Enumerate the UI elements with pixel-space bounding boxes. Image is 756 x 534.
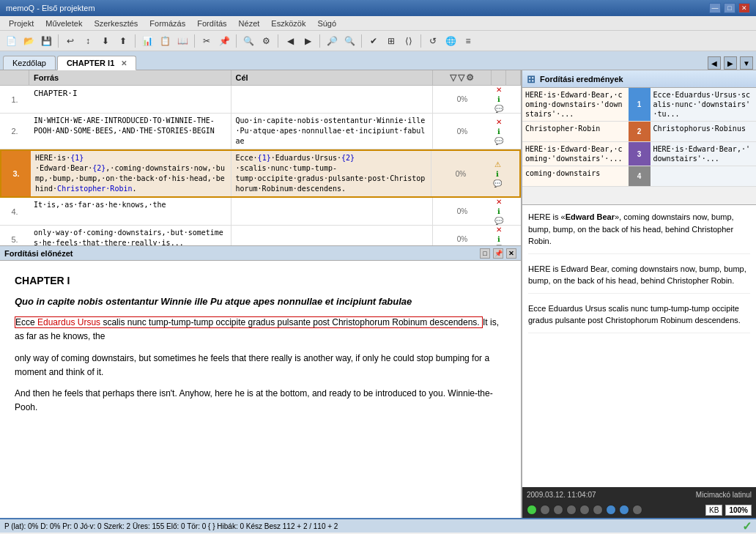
concordance-text-1: HERE is «Edward Bear», coming downstairs…	[528, 211, 750, 248]
zoom-in-btn[interactable]: 🔍	[341, 33, 357, 49]
row-target-5[interactable]	[231, 226, 434, 246]
row-percent-3: 0%	[431, 151, 490, 196]
tab-home[interactable]: Kezdőlap	[3, 56, 56, 70]
status-info: P (lat): 0% D: 0% Pr: 0 Jó·v: 0 Szerk: 2…	[4, 522, 338, 530]
filter-target-icon[interactable]: ▽	[458, 73, 464, 83]
minimize-button[interactable]: —	[709, 3, 721, 13]
table-row[interactable]: 5. only·way·of·coming·downstairs,·but·so…	[0, 226, 521, 246]
export-btn[interactable]: ⬆	[115, 33, 131, 49]
tag-btn[interactable]: ⟨⟩	[401, 33, 417, 49]
row-status-1: ✕ ℹ 💬	[492, 86, 506, 113]
copy-btn[interactable]: ✂	[199, 33, 215, 49]
preview-close-button[interactable]: ✕	[506, 248, 516, 259]
refresh-btn[interactable]: ↺	[425, 33, 441, 49]
row-target-3[interactable]: Ecce·{1}·Eduardus·Ursus·{2}·scalis·nunc·…	[231, 151, 432, 196]
main-content: Forrás Cél ▽ ▽ ⚙ 1. CHAPTER·I 0%	[0, 70, 756, 518]
settings-icon[interactable]: ⚙	[466, 73, 474, 83]
open-button[interactable]: 📂	[21, 33, 37, 49]
percent-indicator: 100%	[725, 505, 752, 516]
menu-szerkesztes[interactable]: Szerkesztés	[88, 18, 144, 29]
row-extra-4	[506, 198, 521, 225]
preview-pin-button[interactable]: 📌	[493, 248, 503, 259]
row-target-2[interactable]: Quo·in·capite·nobis·ostentantur·Winnie·i…	[231, 114, 434, 149]
chart-btn[interactable]: 📊	[139, 33, 155, 49]
status-info-icon: ℹ	[497, 95, 500, 103]
close-button[interactable]: ✕	[738, 3, 750, 13]
status-x-icon: ✕	[496, 226, 502, 234]
forward-btn[interactable]: ▶	[300, 33, 316, 49]
led-blue-2	[619, 505, 629, 515]
result-source-2: Christopher·Robin	[522, 122, 629, 141]
row-source-4[interactable]: It·is,·as·far·as·he·knows,·the	[29, 198, 231, 225]
row-status-2: ✕ ℹ 💬	[492, 114, 506, 149]
row-status-4: ✕ ℹ 💬	[492, 198, 506, 225]
paste-btn[interactable]: 📌	[216, 33, 232, 49]
menu-projekt[interactable]: Projekt	[3, 18, 40, 29]
doc-btn[interactable]: 📋	[157, 33, 173, 49]
preview-heading1: CHAPTER I	[15, 272, 506, 289]
row-source-2[interactable]: IN·WHICH·WE·ARE·INTRODUCED·TO·WINNIE-THE…	[29, 114, 231, 149]
web-btn[interactable]: 🌐	[442, 33, 459, 49]
status-comment-icon: 💬	[494, 137, 503, 145]
header-target: Cél	[231, 70, 434, 85]
status-info-icon: ℹ	[497, 207, 500, 215]
results-header: ⊞ Fordítási eredmények	[522, 70, 756, 88]
import-btn[interactable]: ⬇	[97, 33, 114, 49]
status-info-icon: ℹ	[497, 235, 500, 243]
spell-btn[interactable]: ✔	[366, 33, 382, 49]
ref-btn[interactable]: 📖	[174, 33, 190, 49]
tab-next-button[interactable]: ▼	[740, 56, 753, 70]
result-row[interactable]: Christopher·Robin 2 Christophorus·Robinu…	[522, 122, 756, 142]
result-source-4: coming·downstairs	[522, 166, 629, 186]
result-row[interactable]: coming·downstairs 4	[522, 166, 756, 187]
tab-close-icon[interactable]: ✕	[121, 59, 127, 67]
bottom-status-bar: P (lat): 0% D: 0% Pr: 0 Jó·v: 0 Szerk: 2…	[0, 518, 756, 533]
tab-play-button[interactable]: ▶	[724, 56, 737, 70]
result-source-3: HERE·is·Edward·Bear,·coming·'downstairs'…	[522, 142, 629, 166]
menu-eszkozok[interactable]: Eszközök	[265, 18, 311, 29]
preview-red-text: Eduardus Ursus	[37, 317, 100, 327]
back-btn[interactable]: ◀	[282, 33, 298, 49]
result-row[interactable]: HERE·is·Edward·Bear,·coming·'downstairs'…	[522, 142, 756, 166]
table-row[interactable]: 3. HERE·is·{1}·Edward·Bear·{2},·coming·d…	[0, 149, 521, 198]
extra-btn[interactable]: ≡	[460, 33, 476, 49]
menu-formazas[interactable]: Formázás	[144, 18, 191, 29]
table-row[interactable]: 4. It·is,·as·far·as·he·knows,·the 0% ✕ ℹ…	[0, 198, 521, 226]
table-row[interactable]: 2. IN·WHICH·WE·ARE·INTRODUCED·TO·WINNIE-…	[0, 114, 521, 149]
preview-heading2: Quo in capite nobis ostentantur Winnie i…	[15, 294, 506, 310]
menu-sugo[interactable]: Súgó	[311, 18, 342, 29]
tab-chapter[interactable]: CHAPTER I1 ✕	[57, 56, 136, 70]
row-source-5[interactable]: only·way·of·coming·downstairs,·but·somet…	[29, 226, 231, 246]
results-panel: ⊞ Fordítási eredmények HERE·is·Edward·Be…	[522, 70, 756, 518]
row-target-1[interactable]	[231, 86, 434, 113]
table-row[interactable]: 1. CHAPTER·I 0% ✕ ℹ 💬	[0, 86, 521, 114]
row-source-3[interactable]: HERE·is·{1}·Edward·Bear·{2},·coming·down…	[31, 151, 231, 196]
filter-source-icon[interactable]: ▽	[450, 73, 456, 83]
maximize-button[interactable]: □	[724, 3, 735, 13]
sort-btn[interactable]: ↕	[80, 33, 96, 49]
preview-restore-button[interactable]: □	[480, 248, 490, 259]
row-target-4[interactable]	[231, 198, 434, 225]
toolbar-sep-1	[58, 34, 59, 48]
result-row[interactable]: HERE·is·Edward·Bear,·coming·downstairs·'…	[522, 88, 756, 122]
concordance-block-1: HERE is «Edward Bear», coming downstairs…	[528, 211, 750, 254]
row-source-1[interactable]: CHAPTER·I	[29, 86, 231, 113]
menu-forditas[interactable]: Fordítás	[191, 18, 232, 29]
concordance-text-2: HERE is Edward Bear, coming downstairs n…	[528, 263, 750, 287]
new-button[interactable]: 📄	[3, 33, 19, 49]
zoom-out-btn[interactable]: 🔎	[324, 33, 340, 49]
menu-muveletek[interactable]: Műveletek	[40, 18, 88, 29]
save-button[interactable]: 💾	[38, 33, 54, 49]
concordance-area: HERE is «Edward Bear», coming downstairs…	[522, 205, 756, 487]
filter-btn[interactable]: 🔍	[240, 33, 256, 49]
toolbar-sep-7	[361, 34, 362, 48]
undo-btn[interactable]: ↩	[62, 33, 78, 49]
led-blue-1	[606, 505, 616, 515]
led-gray-3	[566, 505, 577, 515]
tab-prev-button[interactable]: ◀	[708, 56, 721, 70]
preview-para1-after: scalis nunc tump-tump-tump occipite grad…	[100, 317, 480, 327]
led-green-1	[527, 505, 537, 515]
settings-btn[interactable]: ⚙	[258, 33, 274, 49]
tm-btn[interactable]: ⊞	[383, 33, 399, 49]
menu-nezet[interactable]: Nézet	[233, 18, 266, 29]
